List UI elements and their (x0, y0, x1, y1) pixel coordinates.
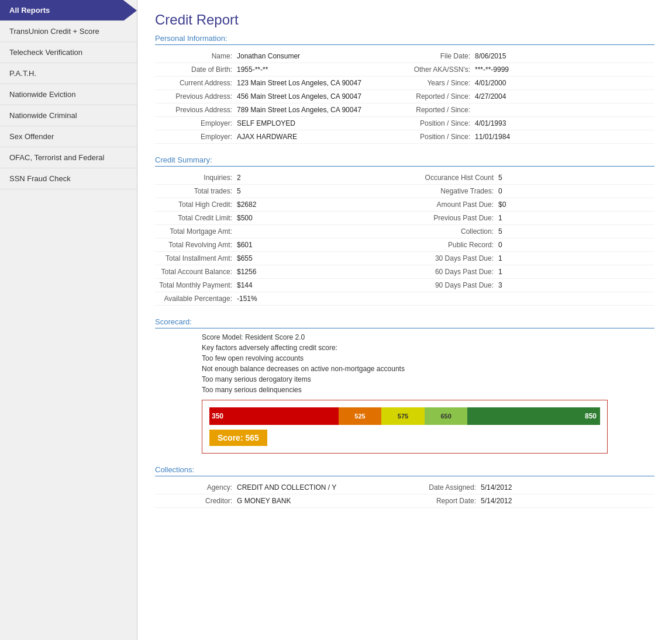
total-revolving-value: $601 (237, 241, 253, 249)
personal-info-title: Personal Information: (155, 34, 654, 45)
days90-label: 90 Days Past Due: (405, 281, 498, 289)
report-date-label: Report Date: (405, 497, 481, 505)
factor4: Too many serious delinquencies (155, 386, 654, 394)
amount-past-due-value: $0 (498, 200, 506, 209)
summary-row-high-credit: Total High Credit: $2682 Amount Past Due… (155, 198, 654, 212)
sidebar-item-transunion[interactable]: TransUnion Credit + Score (0, 21, 137, 42)
total-trades-value: 5 (237, 187, 241, 195)
collection-value: 5 (498, 227, 502, 236)
factor3: Too many serious derogatory items (155, 375, 654, 383)
sidebar: All Reports TransUnion Credit + Score Te… (0, 0, 137, 640)
current-address-value: 123 Main Street Los Angeles, CA 90047 (237, 79, 361, 87)
credit-summary-title: Credit Summary: (155, 155, 654, 167)
bar-segment-orange: 525 (339, 407, 382, 425)
days30-label: 30 Days Past Due: (405, 254, 498, 262)
sidebar-item-telecheck[interactable]: Telecheck Verification (0, 42, 137, 63)
total-trades-label: Total trades: (155, 187, 237, 195)
collection-label: Collection: (405, 227, 498, 236)
position-since1-value: 4/01/1993 (475, 119, 506, 127)
summary-row-revolving: Total Revolving Amt: $601 Public Record:… (155, 238, 654, 252)
creditor-value: G MONEY BANK (237, 497, 291, 505)
employer2-label: Employer: (155, 133, 237, 141)
sidebar-item-path[interactable]: P.A.T.H. (0, 63, 137, 84)
previous-past-due-label: Previous Past Due: (405, 214, 498, 222)
days90-value: 3 (498, 281, 502, 289)
inquiries-label: Inquiries: (155, 174, 237, 182)
bar-segment-yellow: 575 (381, 407, 425, 425)
occurrence-hist-value: 5 (498, 174, 502, 182)
name-label: Name: (155, 52, 237, 60)
score-model: Score Model: Resident Score 2.0 (155, 333, 654, 341)
date-assigned-value: 5/14/2012 (481, 483, 512, 492)
info-row-employer2: Employer: AJAX HARDWARE Position / Since… (155, 130, 654, 144)
sidebar-item-ssn-fraud[interactable]: SSN Fraud Check (0, 168, 137, 189)
total-credit-limit-label: Total Credit Limit: (155, 214, 237, 222)
employer1-label: Employer: (155, 119, 237, 127)
creditor-label: Creditor: (155, 497, 237, 505)
file-date-label: File Date: (405, 52, 475, 60)
factor1: Too few open revolving accounts (155, 354, 654, 362)
sidebar-item-criminal[interactable]: Nationwide Criminal (0, 105, 137, 126)
total-mortgage-label: Total Mortgage Amt: (155, 227, 237, 236)
credit-summary-section: Credit Summary: Inquiries: 2 Occurance H… (155, 155, 654, 306)
current-address-label: Current Address: (155, 79, 237, 87)
days30-value: 1 (498, 254, 502, 262)
total-high-credit-value: $2682 (237, 200, 256, 209)
agency-value: CREDIT AND COLLECTION / Y (237, 483, 336, 492)
info-row-name: Name: Jonathan Consumer File Date: 8/06/… (155, 50, 654, 63)
sidebar-item-ofac[interactable]: OFAC, Terrorist and Federal (0, 147, 137, 168)
amount-past-due-label: Amount Past Due: (405, 200, 498, 209)
info-row-prev-address1: Previous Address: 456 Main Street Los An… (155, 90, 654, 103)
position-since1-label: Position / Since: (405, 119, 475, 127)
file-date-value: 8/06/2015 (475, 52, 506, 60)
info-row-prev-address2: Previous Address: 789 Main Street Los An… (155, 103, 654, 117)
available-pct-label: Available Percentage: (155, 295, 237, 303)
employer1-value: SELF EMPLOYED (237, 119, 295, 127)
bar-segment-light-green: 650 (425, 407, 468, 425)
days60-value: 1 (498, 268, 502, 276)
info-row-current-address: Current Address: 123 Main Street Los Ang… (155, 77, 654, 90)
prev-address1-label: Previous Address: (155, 92, 237, 101)
page-title: Credit Report (155, 12, 654, 28)
years-since-label: Years / Since: (405, 79, 475, 87)
reported-since2-label: Reported / Since: (405, 106, 475, 114)
summary-row-monthly-payment: Total Monthly Payment: $144 90 Days Past… (155, 279, 654, 292)
summary-row-trades: Total trades: 5 Negative Trades: 0 (155, 185, 654, 198)
reported-since1-value: 4/27/2004 (475, 92, 506, 101)
prev-address1-value: 456 Main Street Los Angeles, CA 90047 (237, 92, 361, 101)
date-assigned-label: Date Assigned: (405, 483, 481, 492)
occurrence-hist-label: Occurance Hist Count (405, 174, 498, 182)
aka-label: Other AKA/SSN's: (405, 65, 475, 74)
reported-since1-label: Reported / Since: (405, 92, 475, 101)
previous-past-due-value: 1 (498, 214, 502, 222)
summary-row-installment: Total Installment Amt: $655 30 Days Past… (155, 252, 654, 265)
public-record-label: Public Record: (405, 241, 498, 249)
sidebar-item-all-reports[interactable]: All Reports (0, 0, 137, 21)
summary-row-available-pct: Available Percentage: -151% (155, 292, 654, 306)
key-factors: Key factors adversely affecting credit s… (155, 344, 654, 352)
total-installment-label: Total Installment Amt: (155, 254, 237, 262)
inquiries-value: 2 (237, 174, 241, 182)
info-row-employer1: Employer: SELF EMPLOYED Position / Since… (155, 117, 654, 130)
factor2: Not enough balance decreases on active n… (155, 365, 654, 373)
collections-title: Collections: (155, 465, 654, 476)
sidebar-item-sex-offender[interactable]: Sex Offender (0, 126, 137, 147)
info-row-dob: Date of Birth: 1955-**-** Other AKA/SSN'… (155, 63, 654, 77)
main-content: Credit Report Personal Information: Name… (137, 0, 672, 640)
prev-address2-value: 789 Main Street Los Angeles, CA 90047 (237, 106, 361, 114)
dob-value: 1955-**-** (237, 65, 268, 74)
summary-row-account-balance: Total Account Balance: $1256 60 Days Pas… (155, 265, 654, 279)
name-value: Jonathan Consumer (237, 52, 300, 60)
total-high-credit-label: Total High Credit: (155, 200, 237, 209)
score-badge: Score: 565 (209, 430, 600, 446)
scorecard-section: Scorecard: Score Model: Resident Score 2… (155, 317, 654, 454)
prev-address2-label: Previous Address: (155, 106, 237, 114)
days60-label: 60 Days Past Due: (405, 268, 498, 276)
sidebar-item-eviction[interactable]: Nationwide Eviction (0, 84, 137, 105)
bar-segment-red: 350 (209, 407, 339, 425)
report-date-value: 5/14/2012 (481, 497, 512, 505)
bar-segment-dark-green: 850 (467, 407, 600, 425)
summary-row-inquiries: Inquiries: 2 Occurance Hist Count 5 (155, 171, 654, 185)
public-record-value: 0 (498, 241, 502, 249)
score-bar: 350 525 575 650 850 (209, 407, 600, 425)
